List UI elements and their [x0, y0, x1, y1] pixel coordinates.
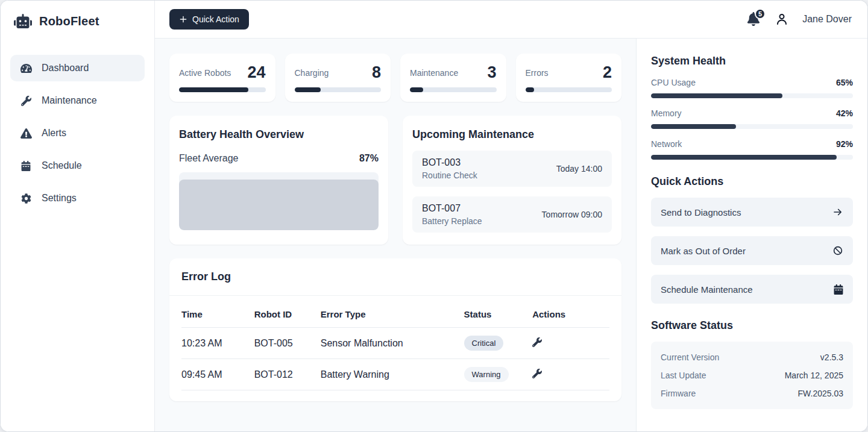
metric-cpu: CPU Usage 65% — [651, 78, 853, 98]
row-label: Firmware — [661, 389, 696, 398]
row-value: March 12, 2025 — [785, 371, 843, 380]
progress-track — [410, 87, 497, 92]
software-status-row: Last Update March 12, 2025 — [661, 371, 843, 380]
sidebar-item-maintenance[interactable]: Maintenance — [10, 87, 145, 114]
maintenance-list-item[interactable]: BOT-007 Battery Replace Tomorrow 09:00 — [412, 196, 612, 233]
maintenance-list-item[interactable]: BOT-003 Routine Check Today 14:00 — [412, 151, 612, 187]
cell-time: 09:45 AM — [181, 359, 254, 390]
action-label: Send to Diagnostics — [661, 207, 741, 218]
status-badge: Critical — [464, 336, 504, 351]
fleet-average-label: Fleet Average — [179, 153, 238, 164]
row-label: Last Update — [661, 371, 706, 380]
cell-time: 10:23 AM — [181, 328, 254, 359]
stat-card-active-robots: Active Robots 24 — [169, 54, 275, 102]
stat-label: Errors — [526, 68, 549, 78]
metric-label: Network — [651, 139, 682, 149]
robot-logo-icon — [14, 14, 32, 28]
sidebar-item-alerts[interactable]: Alerts — [10, 120, 145, 146]
sidebar-item-label: Maintenance — [42, 95, 97, 106]
sidebar-item-label: Dashboard — [42, 63, 89, 74]
progress-fill — [651, 155, 837, 160]
column-header-error-type: Error Type — [321, 299, 464, 328]
app-window: RoboFleet Dashboard Maintenance Alerts — [0, 0, 868, 432]
scheduled-time: Today 14:00 — [556, 164, 602, 174]
repair-action-button[interactable] — [532, 369, 542, 378]
status-badge: Warning — [464, 367, 509, 382]
progress-fill — [295, 87, 321, 92]
row-value: v2.5.3 — [820, 352, 843, 362]
progress-track — [526, 87, 612, 92]
software-status-row: Current Version v2.5.3 — [661, 352, 843, 362]
mark-out-of-order-button[interactable]: Mark as Out of Order — [651, 236, 853, 265]
topbar: Quick Action 5 Jane Dover — [155, 1, 867, 39]
error-log-table: Time Robot ID Error Type Status Actions … — [181, 299, 609, 390]
stat-label: Maintenance — [410, 68, 458, 78]
table-row: 10:23 AM BOT-005 Sensor Malfunction Crit… — [181, 328, 609, 359]
notification-badge: 5 — [755, 8, 766, 19]
user-name: Jane Dover — [802, 14, 852, 25]
stat-value: 8 — [372, 63, 381, 82]
plus-icon — [179, 15, 187, 23]
sidebar-item-label: Schedule — [42, 160, 82, 171]
metric-value: 92% — [836, 139, 853, 149]
upcoming-maintenance-card: Upcoming Maintenance BOT-003 Routine Che… — [403, 116, 621, 245]
calendar-icon — [20, 161, 32, 171]
progress-track — [295, 87, 382, 92]
wrench-icon — [532, 337, 542, 347]
progress-track — [651, 93, 853, 98]
warning-triangle-icon — [20, 128, 32, 139]
wrench-icon — [532, 369, 542, 378]
action-label: Schedule Maintenance — [661, 284, 753, 295]
stats-row: Active Robots 24 Charging 8 — [169, 54, 621, 102]
main-content: Active Robots 24 Charging 8 — [155, 39, 636, 431]
metric-value: 42% — [836, 108, 853, 118]
user-icon[interactable] — [775, 12, 789, 27]
notifications-button[interactable]: 5 — [747, 12, 761, 27]
progress-fill — [651, 93, 782, 98]
metric-value: 65% — [836, 78, 853, 87]
metric-network: Network 92% — [651, 139, 853, 160]
stat-card-errors: Errors 2 — [516, 54, 622, 102]
repair-action-button[interactable] — [532, 337, 542, 347]
table-row: 09:45 AM BOT-012 Battery Warning Warning — [181, 359, 609, 390]
stat-value: 24 — [247, 63, 265, 82]
progress-track — [651, 124, 853, 129]
task-name: Routine Check — [422, 171, 477, 180]
column-header-time: Time — [181, 299, 254, 328]
software-status-panel: Current Version v2.5.3 Last Update March… — [651, 342, 853, 409]
quick-actions-title: Quick Actions — [651, 175, 853, 188]
error-log-title: Error Log — [181, 271, 609, 283]
sidebar-item-schedule[interactable]: Schedule — [10, 152, 145, 179]
error-log-card: Error Log Time Robot ID Error Type Statu… — [169, 258, 621, 401]
column-header-status: Status — [464, 299, 533, 328]
brand: RoboFleet — [10, 14, 145, 28]
column-header-robot-id: Robot ID — [254, 299, 321, 328]
stat-value: 2 — [603, 63, 612, 82]
progress-fill — [410, 87, 423, 92]
sidebar-nav: Dashboard Maintenance Alerts Schedule — [10, 55, 145, 211]
gear-icon — [20, 193, 32, 204]
cell-robot-id: BOT-005 — [254, 328, 321, 359]
fleet-average-value: 87% — [359, 153, 379, 164]
sidebar: RoboFleet Dashboard Maintenance Alerts — [1, 1, 155, 431]
wrench-icon — [20, 96, 32, 106]
quick-action-label: Quick Action — [192, 14, 239, 24]
stat-label: Charging — [295, 68, 329, 78]
schedule-maintenance-button[interactable]: Schedule Maintenance — [651, 275, 853, 304]
sidebar-item-settings[interactable]: Settings — [10, 185, 145, 211]
metric-label: CPU Usage — [651, 78, 696, 87]
sidebar-item-dashboard[interactable]: Dashboard — [10, 55, 145, 81]
battery-health-card: Battery Health Overview Fleet Average 87… — [169, 116, 388, 245]
gauge-icon — [20, 63, 32, 74]
card-title: Battery Health Overview — [179, 128, 379, 141]
metric-label: Memory — [651, 108, 682, 118]
cell-robot-id: BOT-012 — [254, 359, 321, 390]
quick-action-button[interactable]: Quick Action — [169, 9, 249, 30]
stat-card-maintenance: Maintenance 3 — [400, 54, 506, 102]
progress-fill — [179, 87, 248, 92]
send-to-diagnostics-button[interactable]: Send to Diagnostics — [651, 198, 853, 227]
battery-chart-placeholder — [179, 172, 379, 230]
progress-track — [651, 155, 853, 160]
software-status-title: Software Status — [651, 319, 853, 332]
robot-id: BOT-007 — [422, 203, 482, 214]
